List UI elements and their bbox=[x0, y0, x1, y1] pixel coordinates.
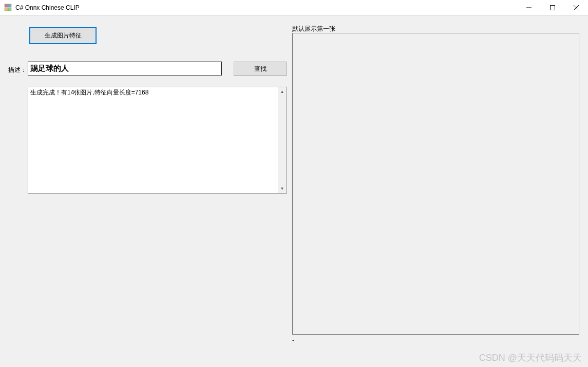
log-content: 生成完成！有14张图片,特征向量长度=7168 bbox=[28, 87, 278, 193]
status-dash: - bbox=[292, 337, 294, 344]
description-label: 描述： bbox=[8, 66, 27, 74]
titlebar: C# Onnx Chinese CLIP bbox=[0, 0, 588, 15]
svg-rect-5 bbox=[551, 5, 555, 10]
generate-features-button[interactable]: 生成图片特征 bbox=[29, 27, 97, 44]
svg-rect-1 bbox=[8, 4, 11, 7]
image-preview-panel bbox=[292, 33, 579, 335]
titlebar-left: C# Onnx Chinese CLIP bbox=[4, 4, 80, 12]
svg-rect-3 bbox=[8, 8, 11, 11]
log-textarea[interactable]: 生成完成！有14张图片,特征向量长度=7168 ▲ ▼ bbox=[28, 87, 287, 194]
app-icon bbox=[4, 4, 12, 12]
log-scrollbar[interactable]: ▲ ▼ bbox=[278, 87, 287, 193]
description-input[interactable] bbox=[28, 62, 222, 75]
window-title: C# Onnx Chinese CLIP bbox=[15, 4, 80, 11]
maximize-button[interactable] bbox=[541, 0, 564, 15]
window-controls bbox=[517, 0, 588, 15]
close-button[interactable] bbox=[564, 0, 588, 15]
search-button[interactable]: 查找 bbox=[234, 62, 287, 76]
svg-rect-2 bbox=[5, 8, 8, 11]
svg-rect-0 bbox=[5, 4, 8, 7]
scroll-up-icon[interactable]: ▲ bbox=[278, 87, 287, 96]
watermark: CSDN @天天代码码天天 bbox=[479, 352, 582, 364]
preview-label: 默认展示第一张 bbox=[292, 25, 335, 33]
client-area: 生成图片特征 描述： 查找 生成完成！有14张图片,特征向量长度=7168 ▲ … bbox=[0, 15, 588, 367]
scroll-down-icon[interactable]: ▼ bbox=[278, 184, 287, 193]
minimize-button[interactable] bbox=[517, 0, 541, 15]
